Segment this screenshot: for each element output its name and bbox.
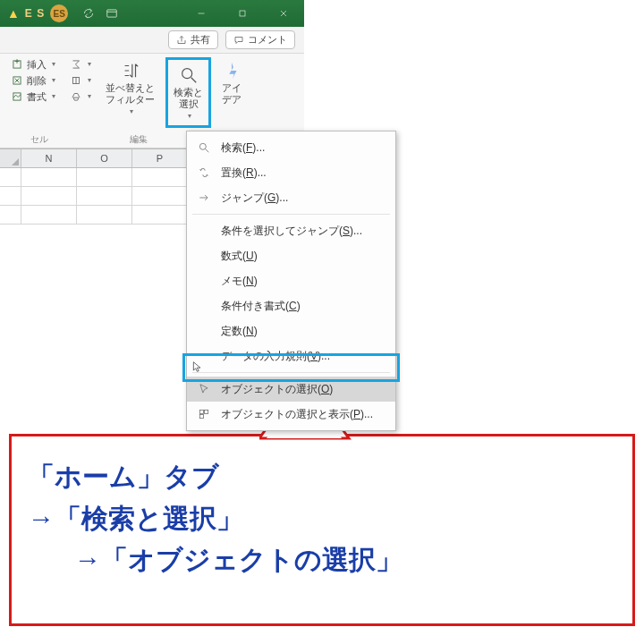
ideas-button[interactable]: アイ デア — [218, 57, 245, 107]
cell[interactable] — [21, 168, 77, 187]
share-button[interactable]: 共有 — [168, 30, 218, 49]
ribbon-display-icon[interactable] — [106, 7, 118, 20]
svg-rect-20 — [205, 410, 208, 413]
menu-goto-special[interactable]: 条件を選択してジャンプ(S)... — [187, 218, 395, 243]
menu-replace[interactable]: 置換(R)... — [187, 160, 395, 185]
menu-constants[interactable]: 定数(N) — [187, 318, 395, 343]
pointer-icon — [196, 383, 212, 395]
clear-button[interactable]: ▾ — [66, 89, 95, 104]
title-bar: ▲ E S ES — [0, 0, 304, 27]
menu-goto-special-label: 条件を選択してジャンプ(S)... — [221, 223, 362, 239]
callout-line-1: 「ホーム」タブ — [28, 456, 616, 498]
svg-rect-3 — [240, 11, 245, 16]
autosave-icon[interactable] — [82, 7, 95, 20]
chevron-down-icon: ▾ — [188, 110, 191, 122]
menu-selection-pane-label: オブジェクトの選択と表示(P)... — [221, 406, 373, 422]
close-button[interactable] — [263, 0, 304, 27]
fill-button[interactable]: ▾ — [66, 73, 95, 88]
menu-separator — [192, 214, 390, 215]
instruction-callout: 「ホーム」タブ →「検索と選択」 →「オブジェクトの選択」 — [9, 434, 635, 626]
column-header[interactable]: O — [77, 149, 132, 167]
menu-notes[interactable]: メモ(N) — [187, 268, 395, 293]
format-button[interactable]: 書式▾ — [7, 89, 59, 104]
chevron-down-icon: ▾ — [52, 90, 55, 103]
find-select-button[interactable]: 検索と 選択 ▾ — [170, 62, 207, 123]
menu-goto[interactable]: ジャンプ(G)... — [187, 185, 395, 210]
autosum-button[interactable]: ▾ — [66, 57, 95, 72]
find-select-menu: 検索(F)... 置換(R)... ジャンプ(G)... 条件を選択してジャンプ… — [186, 131, 396, 431]
sort-filter-button[interactable]: 並べ替えと フィルター ▾ — [102, 57, 158, 119]
delete-button[interactable]: 削除▾ — [7, 73, 59, 88]
menu-formulas-label: 数式(U) — [221, 248, 258, 264]
callout-line-3: →「オブジェクトの選択」 — [74, 539, 616, 581]
insert-button[interactable]: 挿入▾ — [7, 57, 59, 72]
column-header[interactable]: P — [132, 149, 188, 167]
row-header[interactable] — [0, 168, 21, 187]
menu-cond-format-label: 条件付き書式(C) — [221, 298, 301, 314]
menu-validation-label: データの入力規則(V)... — [221, 348, 330, 364]
worksheet[interactable]: N O P — [0, 148, 190, 225]
menu-goto-label: ジャンプ(G)... — [221, 190, 288, 206]
insert-label: 挿入 — [27, 58, 47, 71]
menu-formulas[interactable]: 数式(U) — [187, 243, 395, 268]
menu-constants-label: 定数(N) — [221, 323, 258, 339]
menu-notes-label: メモ(N) — [221, 273, 258, 289]
menu-separator — [192, 372, 390, 373]
chevron-down-icon: ▾ — [88, 74, 91, 87]
callout-line-2: →「検索と選択」 — [28, 498, 616, 540]
user-badge: ES — [50, 4, 68, 22]
arrow-right-icon — [196, 191, 212, 204]
menu-select-objects-label: オブジェクトの選択(O) — [221, 381, 333, 397]
cursor-icon — [191, 360, 204, 377]
maximize-button[interactable] — [222, 0, 263, 27]
minimize-button[interactable] — [181, 0, 222, 27]
cells-group: 挿入▾ 削除▾ 書式▾ — [7, 57, 59, 104]
chevron-down-icon: ▾ — [88, 90, 91, 103]
svg-point-14 — [182, 69, 191, 79]
replace-icon — [196, 166, 212, 179]
chevron-down-icon: ▾ — [130, 106, 133, 117]
menu-replace-label: 置換(R)... — [221, 165, 267, 181]
user-initials: E S — [25, 7, 45, 20]
menu-selection-pane[interactable]: オブジェクトの選択と表示(P)... — [187, 402, 395, 427]
group-label-cells: セル — [7, 133, 72, 146]
menu-select-objects[interactable]: オブジェクトの選択(O) — [187, 377, 395, 402]
share-bar: 共有 コメント — [0, 27, 304, 54]
svg-line-15 — [191, 78, 196, 83]
selection-pane-icon — [196, 408, 212, 420]
svg-rect-0 — [107, 10, 117, 17]
menu-cond-format[interactable]: 条件付き書式(C) — [187, 293, 395, 318]
menu-validation[interactable]: データの入力規則(V)... — [187, 343, 395, 369]
find-select-highlight: 検索と 選択 ▾ — [165, 57, 211, 128]
chevron-down-icon: ▾ — [52, 58, 55, 71]
svg-rect-19 — [199, 410, 203, 413]
comment-button[interactable]: コメント — [225, 30, 295, 49]
editing-small-group: ▾ ▾ ▾ — [66, 57, 95, 104]
sort-filter-label: 並べ替えと フィルター — [106, 82, 155, 106]
menu-find-label: 検索(F)... — [221, 140, 265, 156]
search-icon — [196, 141, 212, 154]
select-all-corner[interactable] — [0, 149, 21, 167]
column-header[interactable]: N — [21, 149, 77, 167]
menu-find[interactable]: 検索(F)... — [187, 135, 395, 160]
svg-point-16 — [199, 143, 206, 149]
svg-line-17 — [206, 149, 209, 153]
find-select-label: 検索と 選択 — [174, 87, 203, 110]
share-label: 共有 — [191, 33, 210, 47]
chevron-down-icon: ▾ — [52, 74, 55, 87]
ideas-label: アイ デア — [222, 82, 242, 106]
comment-label: コメント — [248, 33, 287, 47]
format-label: 書式 — [27, 90, 47, 103]
delete-label: 削除 — [27, 74, 47, 87]
warning-icon: ▲ — [7, 6, 20, 21]
svg-rect-21 — [199, 415, 203, 419]
chevron-down-icon: ▾ — [88, 58, 91, 71]
